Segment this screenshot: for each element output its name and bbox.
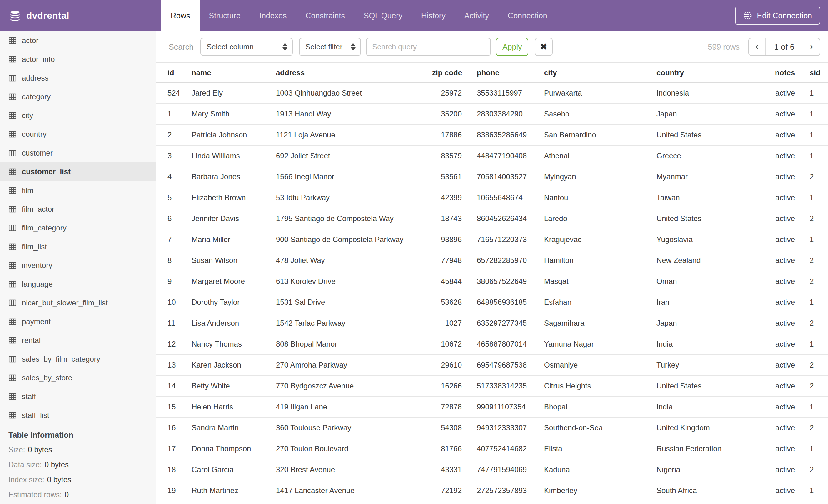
cell-id[interactable]: 18 — [156, 459, 191, 480]
cell-phone[interactable]: 448477190408 — [469, 145, 544, 167]
cell-sid[interactable]: 2 — [795, 271, 828, 292]
cell-zip-code[interactable]: 93896 — [432, 229, 469, 250]
cell-zip-code[interactable]: 42399 — [432, 187, 469, 208]
cell-notes[interactable]: active — [767, 250, 795, 271]
sidebar-item-nicer-but-slower-film-list[interactable]: nicer_but_slower_film_list — [0, 293, 156, 312]
cell-id[interactable]: 2 — [156, 125, 191, 145]
cell-country[interactable]: United States — [656, 208, 767, 229]
cell-address[interactable]: 613 Korolev Drive — [276, 271, 432, 292]
cell-id[interactable]: 17 — [156, 439, 191, 459]
cell-city[interactable]: Sasebo — [544, 104, 656, 125]
sidebar-item-sales-by-store[interactable]: sales_by_store — [0, 368, 156, 387]
cell-name[interactable]: Carol Garcia — [191, 459, 276, 480]
tab-indexes[interactable]: Indexes — [250, 0, 296, 31]
table-row[interactable]: 17Donna Thompson270 Toulon Boulevard8176… — [156, 439, 828, 459]
cell-name[interactable]: Susan Wilson — [191, 250, 276, 271]
prev-page-button[interactable]: ‹ — [749, 38, 765, 55]
tab-structure[interactable]: Structure — [200, 0, 250, 31]
cell-city[interactable]: Purwakarta — [544, 83, 656, 104]
cell-phone[interactable]: 949312333307 — [469, 417, 544, 439]
cell-notes[interactable]: active — [767, 145, 795, 167]
cell-name[interactable]: Mary Smith — [191, 104, 276, 125]
cell-phone[interactable]: 517338314235 — [469, 376, 544, 397]
cell-sid[interactable]: 1 — [795, 397, 828, 417]
cell-zip-code[interactable]: 77948 — [432, 250, 469, 271]
table-row[interactable]: 18Carol Garcia320 Brest Avenue4333174779… — [156, 459, 828, 480]
cell-sid[interactable]: 2 — [795, 459, 828, 480]
cell-city[interactable]: Elista — [544, 439, 656, 459]
cell-zip-code[interactable]: 72192 — [432, 480, 469, 501]
cell-country[interactable]: India — [656, 397, 767, 417]
cell-zip-code[interactable]: 45844 — [432, 271, 469, 292]
cell-notes[interactable]: active — [767, 480, 795, 501]
cell-phone[interactable]: 272572357893 — [469, 480, 544, 501]
search-query-input[interactable] — [366, 38, 491, 56]
cell-notes[interactable]: active — [767, 125, 795, 145]
cell-country[interactable]: Iran — [656, 292, 767, 313]
cell-phone[interactable]: 990911107354 — [469, 397, 544, 417]
cell-zip-code[interactable]: 83579 — [432, 145, 469, 167]
cell-phone[interactable]: 705814003527 — [469, 167, 544, 187]
tab-activity[interactable]: Activity — [455, 0, 498, 31]
sidebar-item-actor-info[interactable]: actor_info — [0, 50, 156, 69]
cell-name[interactable]: Margaret Moore — [191, 271, 276, 292]
cell-id[interactable]: 7 — [156, 229, 191, 250]
cell-city[interactable]: Myingyan — [544, 167, 656, 187]
cell-name[interactable]: Barbara Jones — [191, 167, 276, 187]
cell-zip-code[interactable]: 43331 — [432, 459, 469, 480]
cell-city[interactable]: Esfahan — [544, 292, 656, 313]
cell-notes[interactable]: active — [767, 104, 795, 125]
table-row[interactable]: 6Jennifer Davis1795 Santiago de Composte… — [156, 208, 828, 229]
cell-name[interactable]: Ruth Martinez — [191, 480, 276, 501]
cell-sid[interactable]: 1 — [795, 187, 828, 208]
cell-address[interactable]: 808 Bhopal Manor — [276, 334, 432, 355]
cell-sid[interactable]: 2 — [795, 250, 828, 271]
cell-city[interactable]: Southend-on-Sea — [544, 417, 656, 439]
tab-history[interactable]: History — [412, 0, 455, 31]
cell-id[interactable]: 12 — [156, 334, 191, 355]
cell-zip-code[interactable]: 29610 — [432, 355, 469, 376]
tab-rows[interactable]: Rows — [161, 0, 200, 31]
cell-phone[interactable]: 648856936185 — [469, 292, 544, 313]
sidebar-item-staff[interactable]: staff — [0, 387, 156, 406]
cell-country[interactable]: United States — [656, 376, 767, 397]
cell-phone[interactable]: 838635286649 — [469, 125, 544, 145]
cell-sid[interactable]: 1 — [795, 334, 828, 355]
cell-zip-code[interactable]: 16266 — [432, 376, 469, 397]
cell-sid[interactable]: 1 — [795, 83, 828, 104]
cell-id[interactable]: 4 — [156, 167, 191, 187]
cell-id[interactable]: 16 — [156, 417, 191, 439]
cell-address[interactable]: 1566 Inegl Manor — [276, 167, 432, 187]
cell-id[interactable]: 1 — [156, 104, 191, 125]
cell-address[interactable]: 53 Idfu Parkway — [276, 187, 432, 208]
cell-notes[interactable]: active — [767, 83, 795, 104]
sidebar-item-category[interactable]: category — [0, 87, 156, 106]
cell-city[interactable]: Athenai — [544, 145, 656, 167]
cell-notes[interactable]: active — [767, 292, 795, 313]
cell-city[interactable]: Osmaniye — [544, 355, 656, 376]
cell-id[interactable]: 524 — [156, 83, 191, 104]
cell-city[interactable]: Masqat — [544, 271, 656, 292]
cell-name[interactable]: Dorothy Taylor — [191, 292, 276, 313]
cell-country[interactable]: New Zealand — [656, 250, 767, 271]
cell-address[interactable]: 1795 Santiago de Compostela Way — [276, 208, 432, 229]
cell-id[interactable]: 9 — [156, 271, 191, 292]
cell-phone[interactable]: 747791594069 — [469, 459, 544, 480]
cell-zip-code[interactable]: 10672 — [432, 334, 469, 355]
cell-address[interactable]: 1542 Tarlac Parkway — [276, 313, 432, 334]
cell-notes[interactable]: active — [767, 459, 795, 480]
cell-id[interactable]: 10 — [156, 292, 191, 313]
table-row[interactable]: 16Sandra Martin360 Toulouse Parkway54308… — [156, 417, 828, 439]
sidebar-item-film-list[interactable]: film_list — [0, 237, 156, 256]
cell-name[interactable]: Donna Thompson — [191, 439, 276, 459]
cell-sid[interactable]: 2 — [795, 167, 828, 187]
cell-zip-code[interactable]: 35200 — [432, 104, 469, 125]
filter-select[interactable]: Select filter — [299, 38, 361, 56]
cell-id[interactable]: 13 — [156, 355, 191, 376]
cell-name[interactable]: Jared Ely — [191, 83, 276, 104]
cell-notes[interactable]: active — [767, 334, 795, 355]
table-row[interactable]: 12Nancy Thomas808 Bhopal Manor1067246588… — [156, 334, 828, 355]
cell-address[interactable]: 419 Iligan Lane — [276, 397, 432, 417]
cell-sid[interactable]: 1 — [795, 104, 828, 125]
cell-zip-code[interactable]: 72878 — [432, 397, 469, 417]
